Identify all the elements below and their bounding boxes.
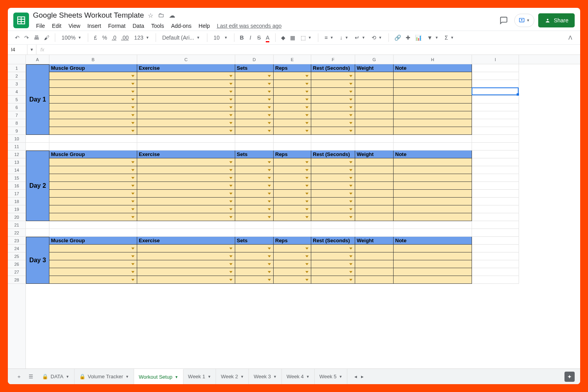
cell[interactable] bbox=[49, 198, 137, 205]
percent-icon[interactable]: % bbox=[101, 34, 109, 42]
cell[interactable] bbox=[235, 205, 274, 213]
cell[interactable] bbox=[274, 182, 311, 190]
row-header[interactable]: 11 bbox=[8, 143, 25, 151]
cell[interactable] bbox=[49, 245, 137, 252]
tab-menu-icon[interactable]: ▼ bbox=[175, 375, 178, 379]
dropdown-arrow-icon[interactable] bbox=[229, 161, 232, 163]
cell[interactable] bbox=[49, 127, 137, 135]
cell[interactable] bbox=[235, 174, 274, 182]
font-size-select[interactable]: 10▼ bbox=[211, 34, 230, 42]
cell[interactable]: Rest (Seconds) bbox=[311, 237, 355, 245]
cell[interactable] bbox=[235, 221, 274, 229]
dropdown-arrow-icon[interactable] bbox=[229, 169, 232, 171]
cell[interactable] bbox=[472, 127, 519, 135]
comments-icon[interactable] bbox=[497, 14, 510, 27]
share-button[interactable]: Share bbox=[538, 13, 575, 27]
comment-icon[interactable]: ✚ bbox=[404, 34, 412, 42]
cell[interactable] bbox=[49, 80, 137, 88]
cell[interactable] bbox=[49, 190, 137, 198]
cell[interactable] bbox=[235, 245, 274, 252]
sheet-tab[interactable]: Week 5▼ bbox=[315, 369, 348, 384]
present-button[interactable]: ▼ bbox=[514, 14, 534, 27]
cell[interactable] bbox=[311, 103, 355, 111]
star-icon[interactable]: ☆ bbox=[148, 12, 153, 19]
select-all-corner[interactable] bbox=[8, 55, 25, 64]
cell[interactable]: Reps bbox=[274, 237, 311, 245]
cell[interactable] bbox=[137, 80, 235, 88]
dropdown-arrow-icon[interactable] bbox=[349, 192, 352, 194]
cell[interactable] bbox=[274, 213, 311, 221]
cell[interactable] bbox=[311, 119, 355, 127]
sheet-tab[interactable]: Week 3▼ bbox=[249, 369, 282, 384]
cell[interactable] bbox=[235, 229, 274, 237]
cell[interactable]: Muscle Group bbox=[49, 237, 137, 245]
dropdown-arrow-icon[interactable] bbox=[131, 185, 134, 187]
cell[interactable] bbox=[137, 182, 235, 190]
cell[interactable]: Rest (Seconds) bbox=[311, 64, 355, 72]
cell[interactable] bbox=[394, 182, 472, 190]
tab-menu-icon[interactable]: ▼ bbox=[240, 375, 244, 379]
row-header[interactable]: 12 bbox=[8, 151, 25, 158]
cell[interactable] bbox=[472, 221, 519, 229]
dropdown-arrow-icon[interactable] bbox=[268, 106, 271, 108]
undo-icon[interactable]: ↶ bbox=[13, 34, 21, 42]
dropdown-arrow-icon[interactable] bbox=[229, 98, 232, 100]
cell[interactable] bbox=[49, 166, 137, 174]
cell[interactable] bbox=[274, 166, 311, 174]
cell[interactable] bbox=[235, 268, 274, 276]
tab-menu-icon[interactable]: ▼ bbox=[339, 375, 343, 379]
cell[interactable] bbox=[235, 80, 274, 88]
cell[interactable] bbox=[235, 182, 274, 190]
link-icon[interactable]: 🔗 bbox=[393, 34, 403, 42]
dropdown-arrow-icon[interactable] bbox=[131, 98, 134, 100]
cell[interactable] bbox=[274, 103, 311, 111]
dropdown-arrow-icon[interactable] bbox=[268, 185, 271, 187]
dropdown-arrow-icon[interactable] bbox=[305, 263, 309, 265]
row-header[interactable]: 17 bbox=[8, 190, 25, 198]
cell[interactable] bbox=[311, 135, 355, 143]
cell[interactable] bbox=[472, 190, 519, 198]
cell[interactable] bbox=[394, 229, 472, 237]
increase-decimal-icon[interactable]: .00 bbox=[120, 34, 130, 42]
move-icon[interactable]: 🗀 bbox=[158, 12, 164, 19]
row-header[interactable]: 6 bbox=[8, 103, 25, 111]
row-header[interactable]: 9 bbox=[8, 127, 25, 135]
cell[interactable] bbox=[355, 260, 394, 268]
cell[interactable] bbox=[355, 88, 394, 96]
dropdown-arrow-icon[interactable] bbox=[131, 130, 134, 132]
cell[interactable] bbox=[311, 198, 355, 205]
cell[interactable]: Weight bbox=[355, 237, 394, 245]
dropdown-arrow-icon[interactable] bbox=[349, 114, 352, 116]
cell[interactable] bbox=[274, 143, 311, 151]
row-header[interactable]: 19 bbox=[8, 205, 25, 213]
cell[interactable] bbox=[137, 221, 235, 229]
cell[interactable] bbox=[355, 213, 394, 221]
text-color-icon[interactable]: A bbox=[264, 34, 271, 42]
cell[interactable] bbox=[355, 268, 394, 276]
dropdown-arrow-icon[interactable] bbox=[131, 91, 134, 93]
dropdown-arrow-icon[interactable] bbox=[305, 216, 309, 218]
cell[interactable] bbox=[274, 72, 311, 80]
dropdown-arrow-icon[interactable] bbox=[349, 161, 352, 163]
cell[interactable] bbox=[311, 229, 355, 237]
cell[interactable] bbox=[472, 182, 519, 190]
menu-view[interactable]: View bbox=[65, 21, 83, 31]
dropdown-arrow-icon[interactable] bbox=[268, 271, 271, 273]
cell[interactable] bbox=[49, 205, 137, 213]
cell[interactable] bbox=[472, 151, 519, 158]
dropdown-arrow-icon[interactable] bbox=[305, 161, 309, 163]
menu-data[interactable]: Data bbox=[129, 21, 147, 31]
day-label-cell[interactable]: Day 3 bbox=[26, 237, 49, 284]
dropdown-arrow-icon[interactable] bbox=[229, 255, 232, 257]
cell[interactable] bbox=[137, 252, 235, 260]
dropdown-arrow-icon[interactable] bbox=[229, 200, 232, 202]
italic-icon[interactable]: I bbox=[247, 34, 254, 42]
sheet-tab[interactable]: 🔒DATA▼ bbox=[37, 369, 74, 384]
dropdown-arrow-icon[interactable] bbox=[229, 122, 232, 124]
cell[interactable] bbox=[274, 119, 311, 127]
dropdown-arrow-icon[interactable] bbox=[131, 192, 134, 194]
borders-icon[interactable]: ▦ bbox=[289, 34, 297, 42]
menu-help[interactable]: Help bbox=[196, 21, 213, 31]
cell[interactable] bbox=[355, 198, 394, 205]
col-header[interactable]: C bbox=[137, 55, 235, 64]
